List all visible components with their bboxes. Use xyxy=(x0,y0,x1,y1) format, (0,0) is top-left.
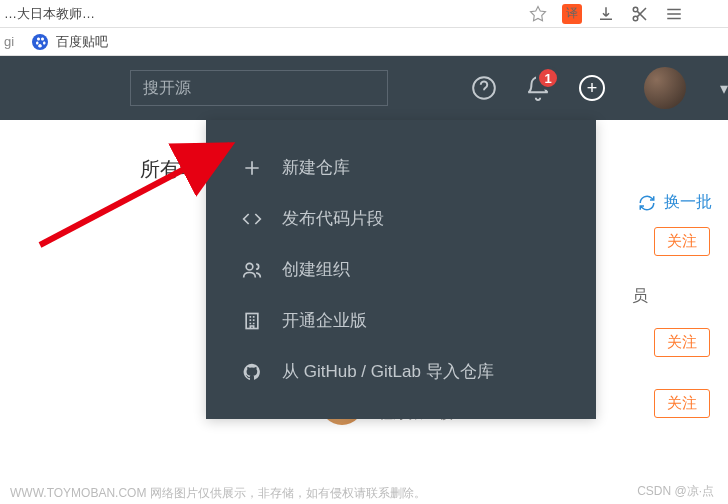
user-menu-caret-icon[interactable]: ▾ xyxy=(720,79,728,98)
dropdown-label: 从 GitHub / GitLab 导入仓库 xyxy=(282,360,494,383)
follow-button[interactable]: 关注 xyxy=(654,328,710,357)
code-icon xyxy=(240,209,264,229)
notification-bell-icon[interactable]: 1 xyxy=(524,74,552,102)
bookmark-baidu[interactable]: 百度贴吧 xyxy=(56,33,108,51)
scissors-icon[interactable] xyxy=(630,4,650,24)
create-button[interactable]: + xyxy=(578,74,606,102)
dropdown-snippet[interactable]: 发布代码片段 xyxy=(206,193,596,244)
svg-point-0 xyxy=(633,7,638,12)
notification-badge: 1 xyxy=(536,66,560,90)
menu-icon[interactable] xyxy=(664,4,684,24)
dropdown-label: 开通企业版 xyxy=(282,309,367,332)
dropdown-import[interactable]: 从 GitHub / GitLab 导入仓库 xyxy=(206,346,596,397)
dropdown-enterprise[interactable]: 开通企业版 xyxy=(206,295,596,346)
download-icon[interactable] xyxy=(596,4,616,24)
building-icon xyxy=(240,311,264,331)
dropdown-new-repo[interactable]: 新建仓库 xyxy=(206,142,596,193)
svg-point-1 xyxy=(633,16,638,21)
follow-button[interactable]: 关注 xyxy=(654,389,710,418)
dropdown-label: 发布代码片段 xyxy=(282,207,384,230)
section-title: 所有动 xyxy=(140,156,200,183)
search-placeholder: 搜开源 xyxy=(143,78,191,99)
refresh-link[interactable]: 换一批 xyxy=(638,192,712,213)
avatar[interactable] xyxy=(644,67,686,109)
baidu-icon[interactable] xyxy=(32,34,48,50)
translate-icon[interactable]: 译 xyxy=(562,4,582,24)
help-icon[interactable] xyxy=(470,74,498,102)
dropdown-org[interactable]: 创建组织 xyxy=(206,244,596,295)
create-dropdown: 新建仓库 发布代码片段 创建组织 开通企业版 从 GitHub / GitLab… xyxy=(206,120,596,419)
tab-title-fragment: …大日本教师… xyxy=(4,5,528,23)
refresh-label: 换一批 xyxy=(664,192,712,213)
people-icon xyxy=(240,260,264,280)
plus-icon xyxy=(240,158,264,178)
dropdown-label: 创建组织 xyxy=(282,258,350,281)
search-input[interactable]: 搜开源 xyxy=(130,70,388,106)
bookmark-star-icon[interactable] xyxy=(528,4,548,24)
background-text-fragment: 员 xyxy=(632,286,648,307)
watermark-csdn: CSDN @凉·点 xyxy=(637,483,714,500)
follow-button[interactable]: 关注 xyxy=(654,227,710,256)
svg-point-4 xyxy=(246,263,253,270)
dropdown-label: 新建仓库 xyxy=(282,156,350,179)
watermark: WWW.TOYMOBAN.COM 网络图片仅供展示，非存储，如有侵权请联系删除。 xyxy=(10,485,426,502)
svg-point-2 xyxy=(32,34,48,50)
url-fragment: gi xyxy=(4,34,32,49)
github-icon xyxy=(240,362,264,382)
